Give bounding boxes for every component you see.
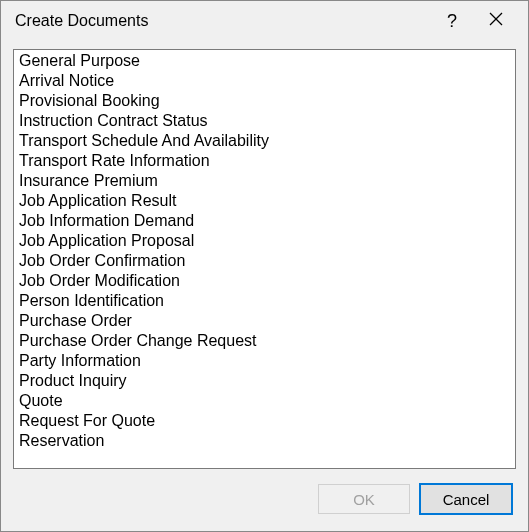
close-button[interactable] — [474, 2, 518, 40]
list-item[interactable]: Job Application Proposal — [17, 231, 515, 251]
list-item[interactable]: General Purpose — [17, 51, 515, 71]
help-button[interactable]: ? — [430, 2, 474, 40]
list-item[interactable]: Transport Rate Information — [17, 151, 515, 171]
list-item[interactable]: Person Identification — [17, 291, 515, 311]
list-item[interactable]: Insurance Premium — [17, 171, 515, 191]
list-item[interactable]: Instruction Contract Status — [17, 111, 515, 131]
list-item[interactable]: Job Application Result — [17, 191, 515, 211]
dialog-title: Create Documents — [15, 12, 430, 30]
list-item[interactable]: Party Information — [17, 351, 515, 371]
list-item[interactable]: Purchase Order Change Request — [17, 331, 515, 351]
cancel-button[interactable]: Cancel — [420, 484, 512, 514]
list-item[interactable]: Job Information Demand — [17, 211, 515, 231]
list-item[interactable]: Reservation — [17, 431, 515, 451]
help-icon: ? — [447, 11, 457, 32]
list-item[interactable]: Quote — [17, 391, 515, 411]
list-item[interactable]: Job Order Modification — [17, 271, 515, 291]
list-item[interactable]: Arrival Notice — [17, 71, 515, 91]
list-item[interactable]: Product Inquiry — [17, 371, 515, 391]
titlebar: Create Documents ? — [1, 1, 528, 41]
list-item[interactable]: Purchase Order — [17, 311, 515, 331]
button-row: OK Cancel — [1, 473, 528, 531]
close-icon — [489, 12, 503, 30]
create-documents-dialog: Create Documents ? General PurposeArriva… — [0, 0, 529, 532]
list-item[interactable]: Transport Schedule And Availability — [17, 131, 515, 151]
dialog-content: General PurposeArrival NoticeProvisional… — [1, 41, 528, 473]
ok-button: OK — [318, 484, 410, 514]
list-item[interactable]: Request For Quote — [17, 411, 515, 431]
list-item[interactable]: Provisional Booking — [17, 91, 515, 111]
list-item[interactable]: Job Order Confirmation — [17, 251, 515, 271]
document-type-listbox[interactable]: General PurposeArrival NoticeProvisional… — [13, 49, 516, 469]
